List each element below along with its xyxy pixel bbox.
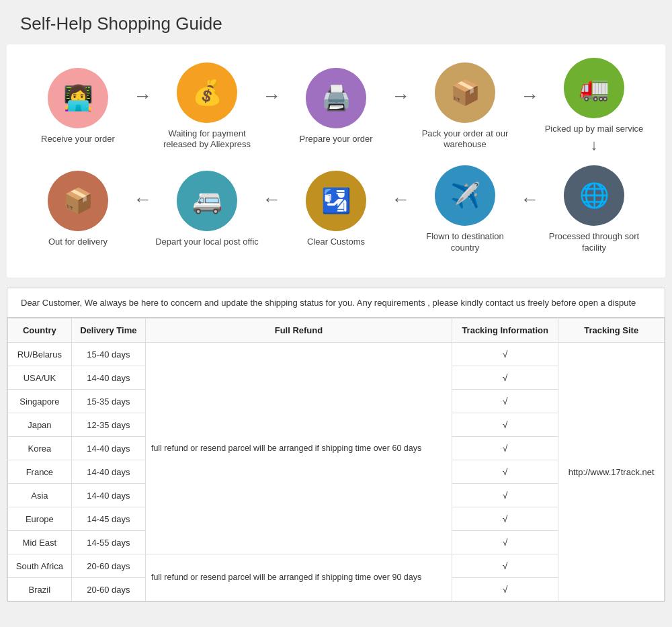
notice-box: Dear Customer, We always be here to conc… [7, 288, 665, 319]
cell-tracking: √ [452, 343, 558, 366]
title-section: Self-Help Shopping Guide [7, 7, 665, 44]
arrow-1: → [133, 85, 152, 127]
cell-country: Asia [8, 484, 72, 507]
cell-country: Europe [8, 507, 72, 531]
cell-country: RU/Belarus [8, 343, 72, 366]
arrow-6: ← [262, 189, 281, 231]
cell-country: France [8, 460, 72, 484]
step-waiting-payment: 💰 Waiting for payment released by Aliexp… [153, 62, 261, 151]
prepare-order-icon: 🖨️ [306, 68, 366, 128]
depart-post-label: Depart your local post offic [155, 237, 259, 248]
cell-country: Brazil [8, 578, 72, 601]
cell-delivery: 15-35 days [71, 390, 145, 413]
step-picked-up: 🚛 Picked up by mail service ↓ [540, 58, 648, 155]
cell-refund-group1: full refund or resend parcel will be arr… [145, 343, 452, 554]
out-delivery-icon: 📦 [48, 171, 108, 231]
cell-tracking: √ [452, 531, 558, 554]
table-row: RU/Belarus15-40 daysfull refund or resen… [8, 343, 665, 366]
picked-up-icon: 🚛 [564, 58, 624, 118]
cell-delivery: 15-40 days [71, 343, 145, 366]
cell-delivery: 14-45 days [71, 507, 145, 531]
arrow-7: ← [391, 189, 410, 231]
arrow-4: → [520, 85, 539, 127]
cell-country: Mid East [8, 531, 72, 554]
cell-country: Korea [8, 437, 72, 460]
flow-row-2: 📦 Out for delivery ← 🚐 Depart your local… [13, 165, 659, 254]
header-delivery-time: Delivery Time [71, 319, 145, 343]
sort-facility-icon: 🌐 [564, 165, 624, 226]
step-depart-post: 🚐 Depart your local post offic [153, 171, 261, 248]
flown-country-icon: ✈️ [435, 165, 495, 226]
header-full-refund: Full Refund [145, 319, 452, 343]
pack-order-icon: 📦 [435, 62, 495, 123]
arrow-5: ← [133, 189, 152, 231]
step-sort-facility: 🌐 Processed through sort facility [540, 165, 648, 254]
picked-up-label: Picked up by mail service [545, 124, 644, 135]
page-title: Self-Help Shopping Guide [20, 13, 652, 34]
pack-order-label: Pack your order at our warehouse [411, 128, 519, 151]
cell-site: http://www.17track.net [558, 343, 665, 601]
arrow-down: ↓ [591, 136, 598, 154]
cell-country: South Africa [8, 554, 72, 578]
cell-refund-group2: full refund or resend parcel will be arr… [145, 554, 452, 601]
cell-country: Japan [8, 413, 72, 437]
cell-tracking: √ [452, 460, 558, 484]
cell-tracking: √ [452, 390, 558, 413]
cell-tracking: √ [452, 578, 558, 601]
cell-delivery: 20-60 days [71, 578, 145, 601]
cell-tracking: √ [452, 554, 558, 578]
step-flown-country: ✈️ Flown to destination country [411, 165, 519, 254]
sort-facility-label: Processed through sort facility [540, 231, 648, 254]
page-container: Self-Help Shopping Guide 👩‍💻 Receive you… [0, 0, 672, 609]
arrow-2: → [262, 85, 281, 127]
receive-order-label: Receive your order [41, 134, 115, 145]
table-header-row: Country Delivery Time Full Refund Tracki… [8, 319, 665, 343]
clear-customs-label: Clear Customs [307, 237, 365, 248]
cell-delivery: 14-40 days [71, 484, 145, 507]
prepare-order-label: Prepare your order [299, 134, 372, 145]
flow-row-1: 👩‍💻 Receive your order → 💰 Waiting for p… [13, 58, 659, 155]
cell-country: USA/UK [8, 366, 72, 390]
cell-tracking: √ [452, 413, 558, 437]
step-out-delivery: 📦 Out for delivery [24, 171, 132, 248]
cell-delivery: 20-60 days [71, 554, 145, 578]
step-pack-order: 📦 Pack your order at our warehouse [411, 62, 519, 151]
cell-tracking: √ [452, 366, 558, 390]
arrow-8: ← [520, 189, 539, 231]
step-prepare-order: 🖨️ Prepare your order [282, 68, 390, 145]
cell-tracking: √ [452, 484, 558, 507]
cell-country: Singapore [8, 390, 72, 413]
cell-delivery: 14-55 days [71, 531, 145, 554]
cell-tracking: √ [452, 437, 558, 460]
header-tracking-site: Tracking Site [558, 319, 665, 343]
step-clear-customs: 🛂 Clear Customs [282, 171, 390, 248]
waiting-payment-label: Waiting for payment released by Aliexpre… [153, 128, 261, 151]
cell-delivery: 14-40 days [71, 366, 145, 390]
clear-customs-icon: 🛂 [306, 171, 366, 231]
table-section: Dear Customer, We always be here to conc… [7, 288, 665, 603]
cell-tracking: √ [452, 507, 558, 531]
shipping-table: Country Delivery Time Full Refund Tracki… [7, 318, 665, 601]
cell-delivery: 14-40 days [71, 437, 145, 460]
flown-country-label: Flown to destination country [411, 231, 519, 254]
guide-container: 👩‍💻 Receive your order → 💰 Waiting for p… [7, 44, 665, 278]
notice-text: Dear Customer, We always be here to conc… [21, 298, 636, 308]
waiting-payment-icon: 💰 [177, 62, 237, 123]
out-delivery-label: Out for delivery [48, 237, 108, 248]
receive-order-icon: 👩‍💻 [48, 68, 108, 128]
arrow-3: → [391, 85, 410, 127]
cell-delivery: 14-40 days [71, 460, 145, 484]
header-country: Country [8, 319, 72, 343]
cell-delivery: 12-35 days [71, 413, 145, 437]
depart-post-icon: 🚐 [177, 171, 237, 231]
step-receive-order: 👩‍💻 Receive your order [24, 68, 132, 145]
header-tracking-info: Tracking Information [452, 319, 558, 343]
